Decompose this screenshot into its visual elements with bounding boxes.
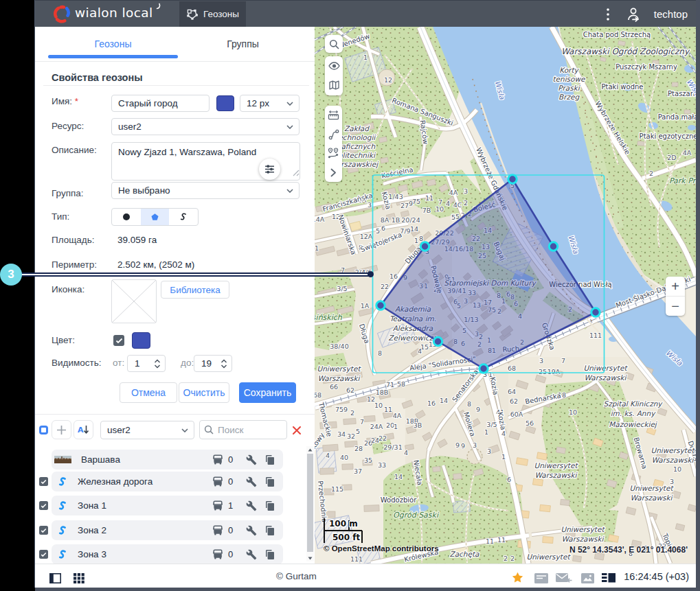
house-number: 759 <box>335 406 348 413</box>
svg-text:A: A <box>78 426 84 434</box>
house-number: 3B <box>414 421 422 429</box>
mail-in-icon[interactable] <box>556 573 572 583</box>
map-label: Panda mała <box>658 113 696 121</box>
map-layers-button[interactable] <box>325 76 343 95</box>
map-label: Uniwersytet <box>584 364 629 373</box>
row-checkbox[interactable] <box>39 501 48 510</box>
search-icon <box>204 425 214 434</box>
list-scrollbar[interactable] <box>306 446 314 561</box>
resource-filter-select[interactable]: user2 <box>100 421 194 439</box>
scroll-up-icon[interactable] <box>306 446 314 453</box>
map-markers-button[interactable] <box>325 144 342 163</box>
type-polygon-option[interactable] <box>141 209 170 225</box>
library-button[interactable]: Библиотека <box>161 281 229 299</box>
geofence-vertex-handle[interactable] <box>420 242 429 251</box>
row-checkbox[interactable] <box>39 550 48 559</box>
geofence-vertex-handle[interactable] <box>591 308 600 316</box>
geofence-vertex-handle[interactable] <box>376 301 385 310</box>
search-input[interactable] <box>218 425 273 435</box>
house-number: 18B <box>376 389 389 396</box>
type-circle-option[interactable] <box>112 209 141 225</box>
edit-wrench-icon[interactable] <box>246 476 257 487</box>
house-number: 3 <box>473 441 477 449</box>
geozone-row[interactable]: Железная дорога0 <box>52 472 283 491</box>
geofence-vertex-handle[interactable] <box>433 337 442 345</box>
house-number: 3/5 <box>486 421 497 428</box>
map-ruler-button[interactable] <box>325 106 342 125</box>
photo-icon[interactable] <box>581 573 594 583</box>
textarea-resize-grip[interactable] <box>292 169 300 176</box>
scrollbar-thumb[interactable] <box>307 454 313 552</box>
copy-icon[interactable] <box>264 549 275 560</box>
house-number: 33 <box>378 461 386 469</box>
house-number: 3 <box>368 201 372 209</box>
edit-wrench-icon[interactable] <box>246 500 257 511</box>
scroll-down-icon[interactable] <box>306 555 314 561</box>
geozone-row[interactable]: Зона 30 <box>52 544 283 564</box>
app-tab-label: Геозоны <box>203 9 239 19</box>
sort-button[interactable]: A <box>74 420 93 439</box>
geofence-vertex-handle[interactable] <box>549 242 557 251</box>
line-color-swatch[interactable] <box>216 95 234 111</box>
house-number: 10 <box>673 465 681 473</box>
user-logout-icon[interactable] <box>625 6 643 23</box>
clear-button[interactable]: Очистить <box>179 382 229 403</box>
color-checkbox[interactable] <box>113 335 124 346</box>
close-search-icon[interactable] <box>291 425 302 436</box>
zoom-in-button[interactable]: + <box>666 277 685 297</box>
visibility-from-stepper[interactable]: 1 <box>127 355 166 372</box>
map-eye-button[interactable] <box>325 56 343 76</box>
row-checkbox[interactable] <box>39 477 48 486</box>
layout-toggle-icon[interactable] <box>49 573 61 583</box>
search-field[interactable] <box>199 420 287 439</box>
color-label: Цвет: <box>52 335 75 345</box>
map-label: Puszczyk Mszarny <box>616 63 677 71</box>
app-tab-geozones[interactable]: Геозоны <box>179 1 246 27</box>
username[interactable]: techtop <box>654 8 688 20</box>
house-number: 8 <box>467 400 471 408</box>
copy-icon[interactable] <box>264 454 275 465</box>
fill-color-swatch[interactable] <box>132 332 150 349</box>
more-menu-icon[interactable] <box>602 8 614 21</box>
add-geozone-button[interactable] <box>52 420 71 439</box>
select-all-toggle[interactable] <box>39 426 48 434</box>
tab-groups[interactable]: Группы <box>178 27 308 61</box>
geozone-row[interactable]: Варшава0 <box>52 450 283 470</box>
edit-wrench-icon[interactable] <box>246 549 257 560</box>
resource-select[interactable]: user2 <box>111 118 300 135</box>
map-area[interactable]: 11210A31214A172/4/63/51A12A838/4085841/4… <box>315 27 696 564</box>
apps-grid-icon[interactable] <box>74 573 85 583</box>
notes-icon[interactable] <box>534 573 548 583</box>
copy-icon[interactable] <box>264 525 275 536</box>
row-checkbox[interactable] <box>39 526 48 535</box>
house-number: 11 <box>497 536 506 544</box>
thickness-select[interactable]: 12 px <box>240 95 300 112</box>
map-expand-button[interactable] <box>325 163 342 182</box>
zoom-out-button[interactable]: − <box>666 297 685 316</box>
name-input[interactable] <box>111 95 210 112</box>
map-routing-button[interactable] <box>325 125 342 144</box>
group-select[interactable]: Не выбрано <box>111 182 300 199</box>
house-number: 1 <box>363 54 368 61</box>
copy-icon[interactable] <box>264 476 275 487</box>
save-button[interactable]: Сохранить <box>239 382 296 403</box>
visibility-to-stepper[interactable]: 19 <box>194 355 232 372</box>
geozone-row[interactable]: Зона 20 <box>52 520 283 540</box>
geofence-vertex-handle[interactable] <box>479 364 488 373</box>
geozone-name: Зона 2 <box>78 525 207 535</box>
address-template-button[interactable] <box>259 159 280 180</box>
geozone-row[interactable]: Зона 11 <box>52 496 283 515</box>
geofence-vertex-handle[interactable] <box>508 175 517 183</box>
cancel-button[interactable]: Отмена <box>120 382 177 403</box>
edit-wrench-icon[interactable] <box>246 454 257 465</box>
copy-icon[interactable] <box>264 500 275 511</box>
geozone-icon-preview[interactable] <box>111 279 157 323</box>
line-geozone-icon <box>57 525 68 536</box>
type-line-option[interactable] <box>169 209 198 225</box>
area-label: Площадь: <box>52 235 95 245</box>
map-search-button[interactable] <box>325 35 343 53</box>
edit-wrench-icon[interactable] <box>246 525 257 536</box>
map-attribution[interactable]: © OpenStreetMap contributors <box>324 544 439 553</box>
favorites-star-icon[interactable] <box>512 572 523 583</box>
news-panel-icon[interactable] <box>602 573 616 583</box>
